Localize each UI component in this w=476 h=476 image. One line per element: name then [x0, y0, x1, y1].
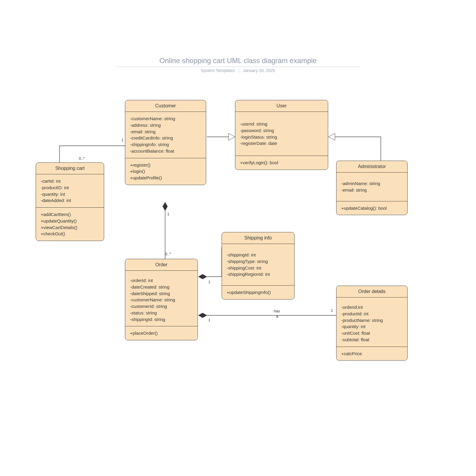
class-name: Shopping cart [36, 163, 104, 174]
class-attrs: -orderId:int-productId: int-productName:… [336, 298, 407, 347]
separator: | [238, 68, 239, 73]
class-attrs: -customerName: string-address: string-em… [125, 112, 206, 158]
class-attrs: -cartId: int-productID: int-quantity: in… [36, 174, 104, 208]
edge-order-shipping [207, 247, 222, 277]
member-row: -subtotal: float [341, 336, 403, 343]
member-row: -email: string [130, 129, 201, 135]
diagram-subtitle: System Templates | January 28, 2025 [0, 68, 476, 73]
mult-customer-cart-0s: 0..* [79, 156, 85, 161]
class-name: Administrator [336, 161, 407, 173]
edge-customer-cart [60, 146, 125, 162]
class-ops: +updateCatalog(): bool [336, 201, 407, 215]
member-row: -shippingId: int [227, 252, 289, 258]
member-row: -productName: string [341, 317, 403, 324]
member-row: -userId: string [240, 121, 323, 127]
arrow-admin-user [328, 133, 335, 140]
member-row: -quantity: int [341, 323, 403, 330]
title-rule [116, 67, 360, 67]
member-row: -dateAdded: int [41, 197, 99, 204]
class-ops: +updateShippingInfo() [222, 286, 294, 299]
role-a: a [276, 314, 278, 319]
class-order-details: Order details -orderId:int-productId: in… [336, 286, 408, 361]
class-order: Order -orderId: int-dateCreated: string-… [125, 259, 198, 340]
member-row: -shippingInfo: string [130, 141, 201, 148]
class-administrator: Administrator -adminName: string-email: … [336, 161, 408, 215]
class-attrs: -shippingId: int-shippingType: string-sh… [222, 244, 294, 286]
member-row: -shippingType: string [227, 258, 289, 265]
member-row: -address: string [130, 122, 201, 129]
member-row: -customerName: string [130, 297, 193, 303]
class-ops: +register()+login()+updateProfile() [125, 158, 206, 185]
member-row: +updateCatalog(): bool [341, 205, 403, 212]
class-name: Shipping info [222, 232, 294, 244]
mult-order-shipping-a: 1 [208, 280, 210, 284]
member-row: +checkOut() [41, 231, 99, 237]
class-ops: +calcPrice [336, 347, 407, 361]
member-row: -loginStatus: string [240, 134, 323, 140]
mult-order-details-a: 1 [208, 318, 210, 322]
diamond-customer-order [163, 202, 167, 211]
class-ops: +verifyLogin(): bool [235, 156, 328, 170]
mult-customer-order-1: 1 [167, 212, 169, 216]
member-row: -orderId:int [341, 304, 403, 311]
member-row: -password: string [240, 127, 323, 134]
member-row: -status: string [130, 310, 193, 316]
diagram-header: Online shopping cart UML class diagram e… [0, 57, 476, 73]
role-has: has [274, 309, 280, 313]
arrow-customer-user [228, 133, 235, 140]
member-row: +viewCartDetails() [41, 224, 99, 231]
member-row: -orderId: int [130, 277, 193, 284]
member-row: -adminName: string [341, 180, 403, 187]
member-row: -shippingId: string [130, 316, 193, 323]
mult-customer-order-0s: 0..* [165, 252, 171, 256]
member-row: +updateQuantity() [41, 218, 99, 224]
member-row: -customerId: string [130, 303, 193, 310]
class-name: Order [125, 259, 198, 271]
date-label: January 28, 2025 [243, 68, 275, 73]
member-row: -dateCreated: string [130, 284, 193, 290]
diagram-title: Online shopping cart UML class diagram e… [0, 57, 476, 65]
member-row: +verifyLogin(): bool [240, 159, 323, 166]
member-row: -unitCost: float [341, 330, 403, 336]
mult-order-details-b: 1 [331, 308, 333, 313]
mult-customer-cart-1: 1 [121, 138, 123, 142]
class-name: Customer [125, 100, 206, 112]
class-name: Order details [336, 286, 407, 298]
member-row: -shippingRegionId: int [227, 271, 289, 278]
member-row: -accountBalance: float [130, 148, 201, 154]
member-row: -productId: int [341, 311, 403, 317]
class-name: User [235, 100, 328, 112]
diamond-order-details [198, 313, 207, 318]
class-attrs: -adminName: string-email: string [336, 173, 407, 201]
member-row: +register() [130, 162, 201, 168]
class-ops: +placeOrder() [125, 326, 198, 340]
member-row: +login() [130, 168, 201, 175]
class-customer: Customer -customerName: string-address: … [125, 100, 206, 185]
diamond-order-shipping [198, 274, 207, 279]
class-attrs: -userId: string-password: string-loginSt… [235, 112, 328, 156]
member-row: -productID: int [41, 184, 99, 191]
member-row: -cartId: int [41, 178, 99, 184]
member-row: -dateShipped: string [130, 290, 193, 297]
class-ops: +addCartItem()+updateQuantity()+viewCart… [36, 208, 104, 241]
member-row: -shippingCost: int [227, 265, 289, 271]
class-shopping-cart: Shopping cart -cartId: int-productID: in… [36, 162, 104, 241]
member-row: -customerName: string [130, 115, 201, 122]
member-row: -quantity: int [41, 191, 99, 198]
member-row: +calcPrice [341, 350, 403, 357]
member-row: -creditCardInfo: string [130, 135, 201, 141]
member-row: +placeOrder() [130, 330, 193, 336]
member-row: -registerDate: date [240, 140, 323, 147]
class-user: User -userId: string-password: string-lo… [235, 100, 328, 170]
class-attrs: -orderId: int-dateCreated: string-dateSh… [125, 271, 198, 326]
author-label: System Templates [201, 68, 235, 73]
member-row: +updateShippingInfo() [227, 289, 289, 296]
member-row: +updateProfile() [130, 175, 201, 181]
class-shipping-info: Shipping info -shippingId: int-shippingT… [222, 232, 295, 300]
member-row: +addCartItem() [41, 211, 99, 218]
member-row: -email: string [341, 187, 403, 193]
